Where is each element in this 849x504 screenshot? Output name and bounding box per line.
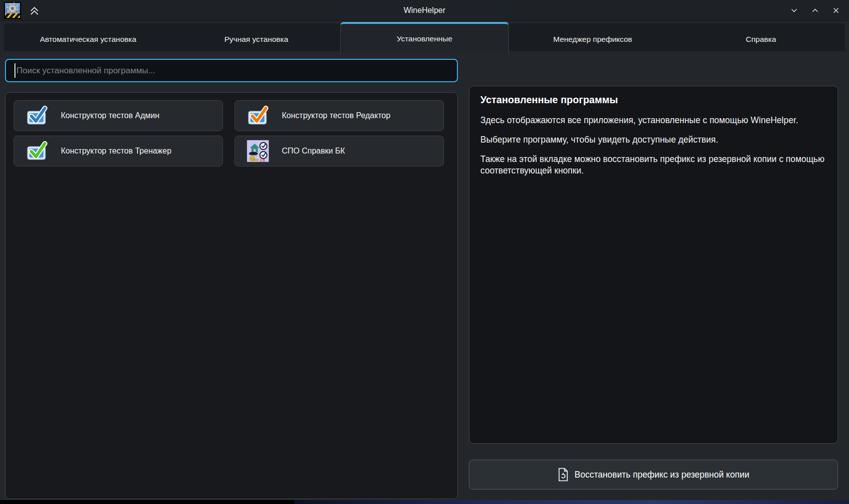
info-paragraph: Здесь отображаются все приложения, устан… — [480, 115, 827, 127]
info-paragraph: Также на этой вкладке можно восстановить… — [480, 154, 827, 177]
restore-button-label: Восстановить префикс из резервной копии — [575, 470, 749, 480]
double-chevron-up-icon — [28, 4, 41, 17]
checkbox-blue-check-icon — [26, 105, 48, 127]
program-label: Конструктор тестов Админ — [61, 111, 160, 120]
program-label: Конструктор тестов Редактор — [282, 111, 391, 120]
tab-label: Автоматическая установка — [40, 35, 136, 44]
tab-manual-install[interactable]: Ручная установка — [172, 23, 340, 55]
maximize-button[interactable] — [808, 3, 822, 17]
minimize-button[interactable] — [787, 3, 801, 17]
tab-help[interactable]: Справка — [677, 23, 845, 55]
info-panel-title: Установленные программы — [480, 94, 827, 106]
text-caret — [14, 63, 15, 78]
search-field-wrapper — [5, 59, 458, 82]
tab-label: Справка — [746, 35, 776, 44]
checkbox-orange-check-icon — [247, 105, 269, 127]
window-title: WineHelper — [0, 0, 849, 21]
info-paragraph: Выберите программу, чтобы увидеть доступ… — [480, 134, 827, 146]
info-panel: Установленные программы Здесь отображают… — [469, 86, 838, 444]
search-input[interactable] — [5, 59, 458, 82]
restore-prefix-button[interactable]: Восстановить префикс из резервной копии — [469, 460, 838, 490]
program-item-konstruktor-trenazher[interactable]: Конструктор тестов Тренажер — [13, 136, 223, 167]
document-restore-icon — [558, 468, 569, 482]
program-label: Конструктор тестов Тренажер — [61, 147, 172, 156]
tab-installed[interactable]: Установленные — [340, 22, 508, 53]
chevron-down-icon — [790, 6, 799, 15]
tab-label: Установленные — [397, 34, 452, 43]
svg-text:2.5: 2.5 — [260, 159, 265, 162]
titlebar: WineHelper — [0, 0, 849, 21]
winehelper-window: WineHelper Автоматическая установка Ручн… — [0, 0, 849, 504]
close-button[interactable] — [829, 3, 843, 17]
tab-label: Менеджер префиксов — [553, 35, 632, 44]
close-icon — [832, 6, 841, 15]
program-label: СПО Справки БК — [282, 147, 345, 156]
checkbox-green-check-icon — [26, 140, 48, 162]
window-controls — [787, 3, 849, 17]
program-item-konstruktor-admin[interactable]: Конструктор тестов Админ — [13, 100, 223, 131]
program-cards-grid: Конструктор тестов Админ Конструктор тес… — [13, 100, 449, 167]
chevron-up-icon — [811, 6, 820, 15]
tab-prefix-manager[interactable]: Менеджер префиксов — [509, 23, 677, 55]
tab-bar: Автоматическая установка Ручная установк… — [4, 23, 845, 51]
desktop-strip-black — [0, 500, 294, 504]
keep-above-button[interactable] — [27, 3, 42, 18]
spo-spravki-bk-icon: 2.5 — [247, 140, 269, 162]
desktop-taskbar-strip — [0, 500, 849, 504]
tab-automatic-install[interactable]: Автоматическая установка — [4, 23, 172, 55]
program-item-spo-spravki-bk[interactable]: 2.5 СПО Справки БК — [234, 136, 444, 167]
program-item-konstruktor-redaktor[interactable]: Конструктор тестов Редактор — [234, 100, 444, 131]
desktop-strip-blue — [294, 500, 849, 504]
installed-programs-panel: Конструктор тестов Админ Конструктор тес… — [5, 92, 458, 499]
winehelper-app-icon — [4, 2, 21, 19]
tab-label: Ручная установка — [224, 35, 288, 44]
